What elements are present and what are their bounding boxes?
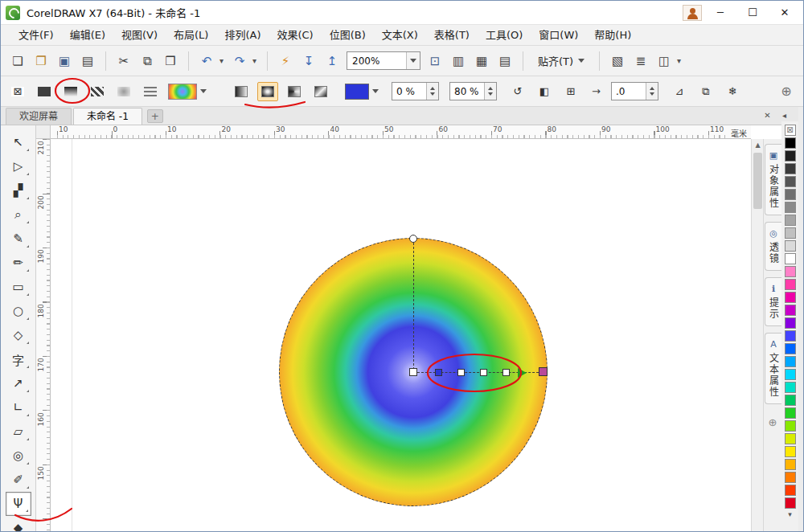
- color-swatch[interactable]: [785, 459, 796, 470]
- spinner-stepper[interactable]: [426, 83, 438, 100]
- color-swatch[interactable]: [785, 305, 796, 316]
- color-swatch[interactable]: [785, 330, 796, 342]
- menu-text[interactable]: 文本(X): [374, 26, 426, 45]
- save-button[interactable]: ▣: [54, 51, 75, 72]
- window-view-button[interactable]: ◫: [654, 51, 675, 72]
- rotation-value[interactable]: .0: [612, 83, 646, 100]
- minimize-button[interactable]: ─: [707, 3, 734, 23]
- menu-arrange[interactable]: 排列(A): [216, 26, 269, 45]
- color-swatch[interactable]: [785, 176, 796, 187]
- user-account-button[interactable]: [683, 5, 702, 21]
- show-rulers-button[interactable]: ▥: [448, 51, 469, 72]
- menu-tools[interactable]: 工具(O): [478, 26, 531, 45]
- color-swatch[interactable]: [785, 240, 796, 252]
- redo-dropdown[interactable]: ▾: [249, 51, 260, 72]
- quick-customize-button[interactable]: ⊕: [766, 415, 780, 429]
- scrollbar-thumb[interactable]: [753, 153, 762, 209]
- gradient-node-4[interactable]: [503, 369, 510, 376]
- vertical-ruler[interactable]: 210200190180170160150: [36, 139, 51, 532]
- rectangle-tool[interactable]: ▭: [6, 275, 31, 299]
- gradient-direction-arrow[interactable]: [518, 368, 527, 378]
- transparency-midpoint-value[interactable]: 80 %: [450, 83, 484, 100]
- color-swatch[interactable]: [785, 446, 796, 457]
- polygon-tool[interactable]: ◇: [6, 323, 31, 347]
- drop-shadow-tool[interactable]: ▱: [6, 419, 31, 444]
- docker-tab-lens[interactable]: ◎ 透镜: [765, 222, 781, 271]
- color-swatch[interactable]: [785, 137, 796, 149]
- elliptical-transparency-button[interactable]: [257, 82, 278, 101]
- color-swatch[interactable]: [785, 253, 796, 264]
- tab-welcome-screen[interactable]: 欢迎屏幕: [6, 108, 72, 125]
- transparency-tool[interactable]: Ψ: [6, 492, 31, 516]
- scale-transparency-button[interactable]: ⊞: [560, 82, 581, 101]
- redo-button[interactable]: ↷: [229, 51, 250, 72]
- show-grid-button[interactable]: ▦: [471, 51, 492, 72]
- fountain-transparency-button[interactable]: [60, 82, 81, 101]
- color-swatch[interactable]: [785, 485, 796, 496]
- color-swatch[interactable]: [785, 420, 796, 432]
- gradient-top-handle[interactable]: [409, 235, 417, 243]
- linear-transparency-button[interactable]: [231, 82, 252, 101]
- new-document-tab-button[interactable]: +: [147, 109, 163, 123]
- docker-collapse-button[interactable]: ◂: [778, 109, 790, 121]
- spinner-stepper[interactable]: [646, 83, 658, 100]
- color-eyedropper-tool[interactable]: ✐: [6, 468, 31, 492]
- show-guidelines-button[interactable]: ▤: [494, 51, 515, 72]
- artistic-media-tool[interactable]: ✏: [6, 251, 31, 275]
- pattern-transparency-button[interactable]: [87, 82, 108, 101]
- scroll-up-button[interactable]: ▲: [752, 139, 764, 151]
- docker-tab-object-properties[interactable]: ▣ 对象属性: [765, 144, 781, 215]
- horizontal-ruler[interactable]: 100102030405060708090100110 毫米: [51, 125, 751, 139]
- color-swatch[interactable]: [785, 497, 796, 509]
- node-transparency-value[interactable]: 0 %: [392, 83, 426, 100]
- window-view-dropdown[interactable]: ▾: [674, 51, 684, 72]
- close-button[interactable]: ✕: [771, 3, 798, 23]
- color-swatch[interactable]: [785, 189, 796, 200]
- docker-tab-text-properties[interactable]: A 文本属性: [765, 333, 781, 404]
- color-swatch[interactable]: [785, 163, 796, 174]
- spinner-stepper[interactable]: [484, 83, 496, 100]
- menu-bitmaps[interactable]: 位图(B): [322, 26, 374, 45]
- zoom-dropdown-icon[interactable]: [406, 52, 420, 69]
- color-swatch[interactable]: [785, 356, 796, 367]
- color-swatch[interactable]: [785, 202, 796, 213]
- vertical-scrollbar[interactable]: ▲: [751, 139, 763, 532]
- color-swatch[interactable]: [785, 395, 796, 406]
- color-swatch[interactable]: [785, 215, 796, 226]
- gradient-node-3[interactable]: [480, 369, 487, 376]
- menu-effects[interactable]: 效果(C): [269, 26, 321, 45]
- color-swatch[interactable]: [785, 227, 796, 239]
- gradient-node-2[interactable]: [457, 369, 465, 376]
- menu-layout[interactable]: 布局(L): [166, 26, 216, 45]
- crop-tool[interactable]: ▞: [6, 178, 31, 203]
- menu-view[interactable]: 视图(V): [113, 26, 166, 45]
- node-color-dropdown[interactable]: [345, 84, 381, 100]
- menu-edit[interactable]: 编辑(E): [62, 26, 113, 45]
- color-swatch[interactable]: [785, 433, 796, 444]
- color-swatch[interactable]: [785, 369, 796, 380]
- gradient-control-line-vertical[interactable]: [413, 243, 414, 370]
- rectangular-transparency-button[interactable]: [310, 82, 331, 101]
- color-swatch[interactable]: [785, 472, 796, 483]
- skew-transparency-button[interactable]: ⊿: [669, 82, 690, 101]
- color-swatch[interactable]: [785, 150, 796, 162]
- reverse-transparency-button[interactable]: ↺: [507, 82, 528, 101]
- paste-button[interactable]: ❒: [160, 51, 181, 72]
- gradient-node-selected[interactable]: [435, 369, 442, 376]
- transparency-picker-dropdown[interactable]: [168, 84, 209, 100]
- text-tool[interactable]: 字: [6, 347, 31, 371]
- undo-dropdown[interactable]: ▾: [216, 51, 227, 72]
- node-transparency-spinner[interactable]: 0 %: [392, 82, 439, 100]
- tab-untitled-1[interactable]: 未命名 -1: [73, 108, 142, 125]
- application-list-button[interactable]: ≣: [630, 51, 651, 72]
- cut-button[interactable]: ✂: [113, 51, 134, 72]
- picker-dropdown-icon[interactable]: [197, 84, 209, 100]
- menu-window[interactable]: 窗口(W): [531, 26, 586, 45]
- color-swatch[interactable]: [785, 266, 796, 277]
- gradient-end-handle[interactable]: [539, 367, 548, 376]
- docker-close-button[interactable]: ✕: [761, 109, 773, 121]
- copy-transparency-button[interactable]: ⧉: [695, 82, 716, 101]
- rotation-spinner[interactable]: .0: [611, 82, 658, 100]
- uniform-transparency-button[interactable]: [34, 82, 55, 101]
- zoom-level-combobox[interactable]: 200%: [347, 51, 420, 70]
